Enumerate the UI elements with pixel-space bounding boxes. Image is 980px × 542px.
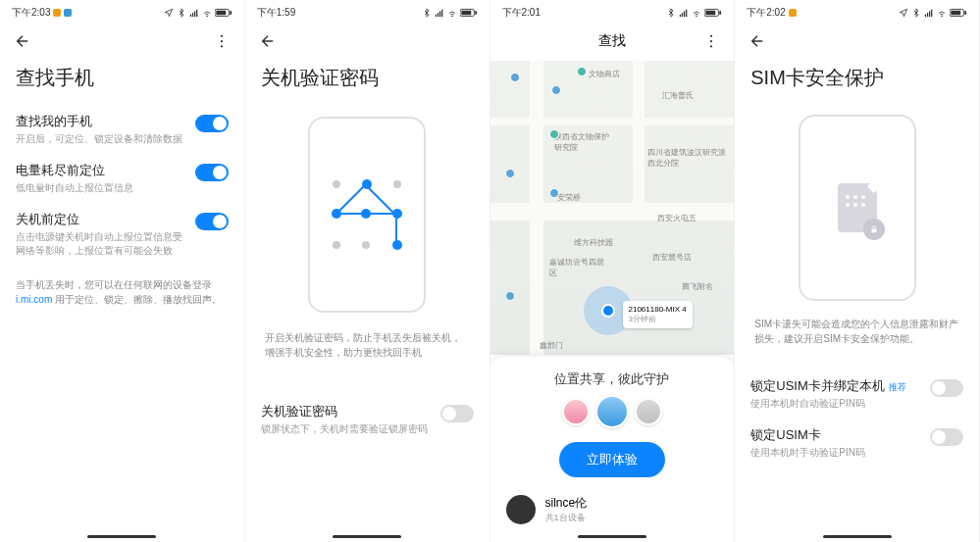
setting-label: 锁定USIM卡并绑定本机推荐	[750, 377, 920, 395]
screen-find-phone: 下午2:03 查找手机 查找我的手机 开启后，可定位、锁定设备和清除数据 电量耗…	[0, 0, 245, 542]
map-label: 嘉诚坊壹号四层区	[549, 257, 608, 278]
gesture-bar[interactable]	[578, 535, 646, 538]
page-title: 关机验证密码	[245, 61, 490, 105]
svg-point-15	[451, 16, 452, 17]
svg-rect-21	[684, 11, 685, 17]
footer-note: 当手机丢失时，您可以在任何联网的设备登录 i.mi.com 用于定位、锁定、擦除…	[0, 266, 244, 319]
map-label: 维方科技园	[574, 237, 613, 248]
svg-rect-14	[441, 10, 442, 18]
map[interactable]: 文物商店 汇海普氏 陕西省文物保护研究院 四川省建筑波汉研究派西北分院 安荣桥 …	[490, 61, 735, 355]
toggle-shutdown-password[interactable]	[440, 405, 474, 422]
toggle-low-battery-locate[interactable]	[195, 164, 229, 181]
svg-rect-18	[475, 11, 477, 15]
svg-rect-31	[927, 13, 928, 17]
setting-desc: 低电量时自动上报位置信息	[16, 181, 185, 195]
setting-desc: 使用本机时手动验证PIN码	[750, 446, 920, 460]
map-label: 文物商店	[589, 69, 620, 79]
svg-point-28	[710, 40, 712, 42]
back-icon[interactable]	[14, 32, 31, 50]
status-time: 下午2:02	[747, 6, 785, 20]
signal-icon	[679, 8, 689, 18]
link-micom[interactable]: i.mi.com	[16, 294, 52, 305]
setting-lock-usim[interactable]: 锁定USIM卡 使用本机时手动验证PIN码	[735, 419, 979, 468]
setting-find-my-phone[interactable]: 查找我的手机 开启后，可定位、锁定设备和清除数据	[0, 105, 244, 154]
nav-bar: 查找	[490, 22, 735, 61]
svg-rect-37	[964, 11, 966, 15]
svg-rect-25	[706, 11, 716, 16]
toggle-shutdown-locate[interactable]	[195, 213, 229, 230]
map-label: 安荣桥	[557, 192, 581, 203]
toggle-lock-usim[interactable]	[930, 428, 963, 446]
gesture-bar[interactable]	[823, 535, 892, 538]
map-label: 鑫郡门	[540, 340, 563, 351]
try-now-button[interactable]: 立即体验	[559, 442, 665, 477]
setting-low-battery-locate[interactable]: 电量耗尽前定位 低电量时自动上报位置信息	[0, 154, 244, 203]
wifi-icon	[937, 8, 947, 18]
setting-desc: 锁屏状态下，关机时需要验证锁屏密码	[261, 422, 431, 436]
status-bar: 下午1:59	[245, 0, 490, 22]
pattern-illustration	[308, 117, 426, 313]
status-icons	[164, 8, 232, 18]
bluetooth-icon	[422, 8, 432, 18]
location-icon	[899, 8, 908, 18]
signal-icon	[435, 8, 444, 18]
battery-icon	[950, 8, 967, 18]
svg-point-4	[206, 16, 207, 17]
setting-label: 锁定USIM卡	[750, 426, 920, 444]
svg-point-10	[221, 45, 223, 47]
svg-rect-3	[196, 10, 197, 18]
gesture-bar[interactable]	[333, 535, 401, 538]
avatar-group	[504, 398, 721, 428]
more-icon[interactable]	[213, 32, 231, 50]
user-device-count: 共1台设备	[545, 512, 588, 524]
illustration-desc: SIM卡遗失可能会造成您的个人信息泄露和财产损失，建议开启SIM卡安全保护功能。	[735, 311, 979, 352]
svg-rect-7	[230, 11, 232, 15]
status-time: 下午2:01	[502, 6, 541, 20]
back-icon[interactable]	[259, 32, 277, 50]
poi-icon	[551, 85, 561, 95]
poi-icon	[549, 129, 559, 139]
sim-card-icon	[838, 183, 877, 232]
status-icons	[422, 8, 478, 18]
user-device-row[interactable]: silnce伦 共1台设备	[490, 487, 735, 532]
back-icon[interactable]	[748, 32, 766, 50]
svg-rect-13	[439, 11, 440, 17]
user-avatar-icon	[506, 495, 536, 524]
svg-rect-12	[437, 13, 438, 17]
signal-icon	[924, 8, 934, 18]
map-label: 腾飞附名	[682, 281, 713, 292]
setting-shutdown-password[interactable]: 关机验证密码 锁屏状态下，关机时需要验证锁屏密码	[245, 395, 490, 444]
device-callout[interactable]: 21061180-MIX 4 3分钟前	[623, 301, 693, 328]
setting-desc: 开启后，可定位、锁定设备和清除数据	[16, 132, 185, 146]
svg-point-29	[710, 45, 712, 47]
setting-lock-usim-bind[interactable]: 锁定USIM卡并绑定本机推荐 使用本机时自动验证PIN码	[735, 370, 979, 419]
more-icon[interactable]	[702, 32, 720, 50]
svg-rect-20	[682, 13, 683, 17]
map-label: 四川省建筑波汉研究派西北分院	[647, 147, 726, 169]
map-label: 陕西省文物保护研究院	[554, 131, 613, 153]
status-time: 下午2:03	[12, 6, 50, 20]
gesture-bar[interactable]	[87, 535, 156, 538]
svg-rect-17	[461, 11, 471, 16]
screen-find-map: 下午2:01 查找 文物商店 汇海普氏 陕西省文物保护研究院 四川省建筑波汉研究…	[490, 0, 736, 542]
battery-icon	[704, 8, 722, 18]
share-title: 位置共享，彼此守护	[504, 370, 721, 388]
svg-point-23	[696, 16, 697, 17]
location-pin-icon[interactable]	[601, 304, 615, 318]
screen-shutdown-password: 下午1:59 关机验证密码 开启关机验证密码，防止手机丢失后被关机，增强手机安全…	[245, 0, 490, 542]
poi-icon	[505, 169, 515, 178]
toggle-find-my-phone[interactable]	[195, 115, 229, 132]
nav-bar	[245, 22, 490, 61]
setting-shutdown-locate[interactable]: 关机前定位 点击电源键关机时自动上报位置信息受网络等影响，上报位置有可能会失败	[0, 203, 244, 266]
svg-rect-32	[929, 11, 930, 17]
poi-icon	[505, 291, 515, 301]
toggle-lock-usim-bind[interactable]	[930, 379, 963, 397]
map-label: 西安慧号店	[652, 252, 692, 263]
app-indicator-icon	[64, 9, 72, 17]
nav-bar	[0, 22, 244, 61]
recommended-badge: 推荐	[889, 382, 906, 392]
battery-icon	[215, 8, 232, 18]
setting-label: 关机前定位	[16, 211, 185, 228]
svg-rect-30	[925, 15, 926, 18]
setting-desc: 点击电源键关机时自动上报位置信息受网络等影响，上报位置有可能会失败	[16, 230, 185, 258]
